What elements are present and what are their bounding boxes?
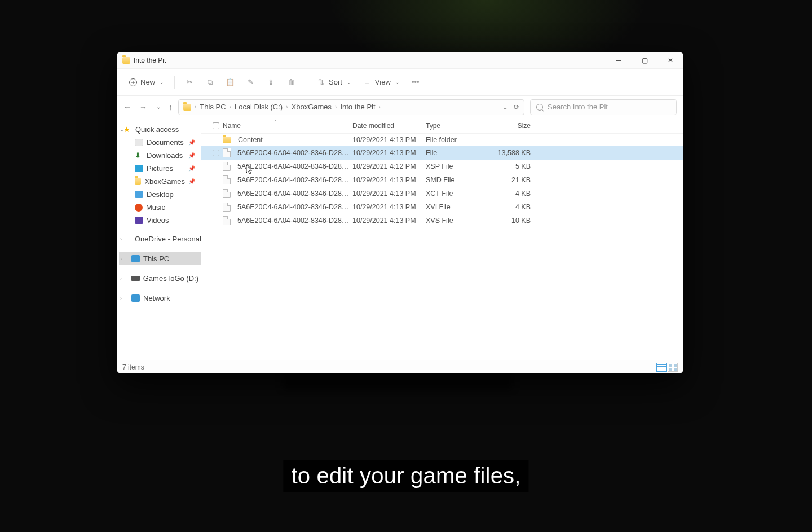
file-icon [223,162,231,171]
back-button[interactable]: ← [123,103,131,112]
chevron-down-icon: ⌄ [395,80,400,85]
paste-icon: 📋 [226,78,235,87]
file-icon [223,203,231,212]
file-row[interactable]: 5A6E20C4-6A04-4002-8346-D28A61…10/29/202… [201,187,683,200]
file-type: XCT File [426,190,487,197]
pictures-icon [135,165,143,172]
view-tiles-button[interactable] [668,363,678,372]
navbar: ← → ⌄ ↑ › This PC › Local Disk (C:) › Xb… [117,96,683,118]
sort-button[interactable]: ⇅ Sort ⌄ [312,74,356,90]
download-icon: ⬇ [135,152,143,159]
up-button[interactable]: ↑ [169,103,173,112]
pin-icon: 📌 [188,178,195,184]
sidebar-item-videos[interactable]: Videos [119,214,201,227]
search-placeholder: Search Into the Pit [548,103,608,111]
folder-icon [183,104,191,111]
file-type: File folder [426,136,487,144]
column-name[interactable]: Name [223,122,241,130]
pc-icon [131,255,140,262]
file-date: 10/29/2021 4:13 PM [352,136,426,144]
file-name: 5A6E20C4-6A04-4002-8346-D28A61… [237,162,352,170]
cut-button[interactable]: ✂ [180,74,198,90]
file-row[interactable]: 5A6E20C4-6A04-4002-8346-D28A61…10/29/202… [201,173,683,187]
file-date: 10/29/2021 4:13 PM [352,203,426,211]
file-row[interactable]: 5A6E20C4-6A04-4002-8346-D28A61…10/29/202… [201,160,683,173]
trash-icon: 🗑 [286,78,295,87]
paste-button[interactable]: 📋 [221,74,239,90]
sidebar-item-downloads[interactable]: ⬇ Downloads 📌 [119,149,201,162]
breadcrumb-segment[interactable]: Local Disk (C:) [235,103,283,111]
column-type[interactable]: Type [426,122,440,130]
sidebar-item-network[interactable]: › Network [119,292,201,305]
column-size[interactable]: Size [518,122,531,130]
toolbar: New ⌄ ✂ ⧉ 📋 ✎ ⇪ 🗑 ⇅ Sort ⌄ ≡ View ⌄ ••• [117,69,683,96]
column-headers[interactable]: Name ⌃ Date modified Type Size [201,118,683,134]
sidebar: ⌄ ★ Quick access Documents 📌 ⬇ Downloads… [117,118,201,360]
status-item-count: 7 items [122,363,144,371]
sidebar-item-xboxgames[interactable]: XboxGames 📌 [119,175,201,188]
sidebar-item-drive-d[interactable]: › GamesToGo (D:) [119,272,201,285]
history-button[interactable]: ⌄ [502,103,508,111]
mouse-cursor [246,165,253,175]
chevron-down-icon: ⌄ [347,80,351,85]
rename-icon: ✎ [246,78,255,87]
address-bar[interactable]: › This PC › Local Disk (C:) › XboxGames … [178,99,524,115]
file-size: 4 KB [487,203,537,211]
breadcrumb-segment[interactable]: XboxGames [292,103,332,111]
sidebar-item-documents[interactable]: Documents 📌 [119,136,201,149]
folder-icon [122,57,130,64]
minimize-button[interactable]: ─ [606,52,632,69]
sidebar-item-desktop[interactable]: Desktop [119,188,201,201]
folder-row[interactable]: Content10/29/2021 4:13 PMFile folder [201,134,683,146]
file-date: 10/29/2021 4:13 PM [352,176,426,184]
sidebar-item-this-pc[interactable]: › This PC [119,252,201,265]
column-date[interactable]: Date modified [352,122,394,130]
file-row[interactable]: 5A6E20C4-6A04-4002-8346-D28A61…10/29/202… [201,146,683,160]
share-button[interactable]: ⇪ [262,74,280,90]
desktop-icon [135,191,143,198]
sidebar-item-onedrive[interactable]: › OneDrive - Personal [119,232,201,245]
more-button[interactable]: ••• [407,74,425,90]
delete-button[interactable]: 🗑 [282,74,300,90]
chevron-down-icon: ⌄ [120,127,125,133]
sidebar-quick-access[interactable]: ⌄ ★ Quick access [119,123,201,136]
copy-icon: ⧉ [205,78,214,87]
file-row[interactable]: 5A6E20C4-6A04-4002-8346-D28A61…10/29/202… [201,214,683,227]
recent-button[interactable]: ⌄ [156,104,161,110]
row-checkbox[interactable] [213,150,219,156]
maximize-button[interactable]: ▢ [632,52,657,69]
file-name: 5A6E20C4-6A04-4002-8346-D28A61… [237,217,352,225]
refresh-button[interactable]: ⟳ [514,103,519,111]
close-button[interactable]: ✕ [657,52,683,69]
more-icon: ••• [411,78,420,87]
pin-icon: 📌 [188,152,195,159]
search-icon [536,104,543,111]
chevron-right-icon: › [120,296,122,301]
window-title: Into the Pit [134,56,166,64]
forward-button[interactable]: → [139,103,147,112]
video-caption: to edit your game files, [283,460,528,492]
scissors-icon: ✂ [185,78,194,87]
breadcrumb-segment[interactable]: Into the Pit [340,103,375,111]
star-icon: ★ [123,126,132,133]
select-all-checkbox[interactable] [213,122,219,129]
view-button[interactable]: ≡ View ⌄ [358,74,404,90]
document-icon [135,139,143,146]
file-list: Name ⌃ Date modified Type Size Content10… [201,118,683,360]
file-name: Content [238,136,263,144]
sidebar-item-pictures[interactable]: Pictures 📌 [119,162,201,175]
folder-icon [135,178,141,185]
file-row[interactable]: 5A6E20C4-6A04-4002-8346-D28A61…10/29/202… [201,200,683,214]
copy-button[interactable]: ⧉ [201,74,219,90]
view-details-button[interactable] [656,363,667,372]
rename-button[interactable]: ✎ [241,74,259,90]
titlebar[interactable]: Into the Pit ─ ▢ ✕ [117,52,683,69]
pin-icon: 📌 [188,165,195,172]
file-date: 10/29/2021 4:13 PM [352,190,426,197]
file-icon [223,216,231,225]
search-input[interactable]: Search Into the Pit [530,99,677,115]
sidebar-item-music[interactable]: Music [119,201,201,214]
new-button[interactable]: New ⌄ [125,74,169,90]
folder-icon [223,137,231,143]
breadcrumb-segment[interactable]: This PC [200,103,226,111]
